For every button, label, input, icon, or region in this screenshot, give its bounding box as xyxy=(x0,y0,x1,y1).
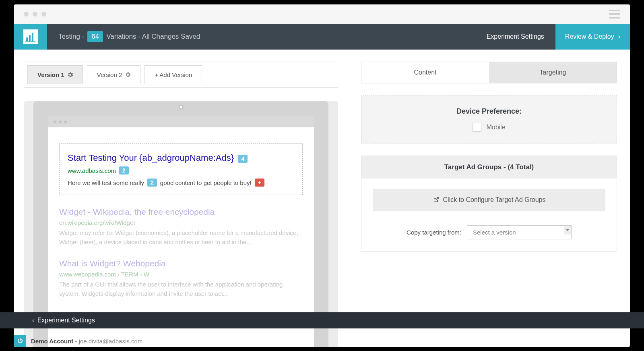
account-name: Demo Account xyxy=(31,338,73,345)
right-pane: Content Targeting Device Preference: Mob… xyxy=(348,50,630,347)
tab-targeting[interactable]: Targeting xyxy=(489,62,617,83)
browser-bar xyxy=(48,116,314,127)
ad-description-part-b[interactable]: good content to get people to buy! xyxy=(160,179,252,186)
headline-count-badge[interactable]: 4 xyxy=(238,155,248,163)
description-count-badge[interactable]: 2 xyxy=(147,179,157,187)
power-button[interactable] xyxy=(14,335,26,347)
mobile-label: Mobile xyxy=(486,124,505,131)
serp-result: What is Widget? Webopedia www.webopedia.… xyxy=(59,259,303,298)
version-select[interactable]: Select a version xyxy=(467,225,572,239)
topbar: Testing - 64 Variations - All Changes Sa… xyxy=(14,24,630,50)
gear-icon xyxy=(68,72,73,77)
add-description-button[interactable]: + xyxy=(255,179,264,187)
tablet-home-button xyxy=(179,105,184,110)
version-tab-1[interactable]: Version 1 xyxy=(27,65,83,84)
configure-target-button[interactable]: Click to Configure Target Ad Groups xyxy=(373,189,605,211)
tablet-frame: Start Testing Your {ab_adgroupName:Ads} … xyxy=(33,101,328,347)
review-deploy-button[interactable]: Review & Deploy › xyxy=(555,24,630,50)
add-version-button[interactable]: + Add Version xyxy=(144,65,202,84)
traffic-dot xyxy=(41,12,46,17)
mobile-checkbox[interactable] xyxy=(473,123,481,132)
traffic-dot xyxy=(33,12,37,17)
target-heading: Target Ad Groups - (4 Total) xyxy=(361,156,617,179)
device-preference-heading: Device Preference: xyxy=(369,107,609,116)
target-ad-groups-card: Target Ad Groups - (4 Total) Click to Co… xyxy=(361,156,617,252)
browser-dot xyxy=(54,120,56,123)
select-placeholder: Select a version xyxy=(473,229,516,236)
ad-display-url[interactable]: www.adbasis.com xyxy=(68,167,116,174)
experiment-settings-label: Experiment Settings xyxy=(487,33,544,40)
copy-targeting-label: Copy targeting from: xyxy=(407,229,461,236)
traffic-lights xyxy=(24,12,46,17)
version-tabs: Version 1 Version 2 + Add Version xyxy=(24,62,338,88)
left-pane: Version 1 Version 2 + Add Version xyxy=(14,50,348,347)
external-link-icon xyxy=(433,197,439,203)
primary-ad-card[interactable]: Start Testing Your {ab_adgroupName:Ads} … xyxy=(59,143,303,195)
serp-preview: Start Testing Your {ab_adgroupName:Ads} … xyxy=(48,127,314,298)
content-area: Version 1 Version 2 + Add Version xyxy=(14,50,630,347)
review-deploy-label: Review & Deploy xyxy=(565,33,614,40)
serp-result: Widget - Wikipedia, the free encyclopedi… xyxy=(59,207,303,247)
menu-icon[interactable] xyxy=(609,10,620,19)
version-tab-label: Version 2 xyxy=(97,71,122,78)
bar-chart-icon xyxy=(23,29,38,44)
panel-tabs: Content Targeting xyxy=(361,62,617,83)
svg-rect-2 xyxy=(32,33,33,41)
version-tab-label: Version 1 xyxy=(37,71,64,78)
account-email: - joe.divita@adbasis.com xyxy=(73,338,142,345)
result-description: Widget may refer to: Widget (economics),… xyxy=(59,228,303,247)
gear-icon xyxy=(125,72,130,77)
account-bar: Demo Account - joe.divita@adbasis.com xyxy=(14,334,630,348)
chevron-left-icon: ‹ xyxy=(32,317,34,324)
result-url: www.webopedia.com › TERM › W xyxy=(59,271,303,278)
browser-dot xyxy=(64,120,67,123)
window-chrome xyxy=(14,4,630,24)
copy-targeting-row: Copy targeting from: Select a version xyxy=(361,221,617,251)
add-version-label: + Add Version xyxy=(155,71,192,78)
testing-label: Testing - xyxy=(58,33,84,41)
ad-headline[interactable]: Start Testing Your {ab_adgroupName:Ads} xyxy=(68,153,234,163)
traffic-dot xyxy=(24,12,29,17)
tab-content[interactable]: Content xyxy=(361,62,489,83)
url-count-badge[interactable]: 2 xyxy=(119,166,129,174)
result-title: Widget - Wikipedia, the free encyclopedi… xyxy=(59,207,303,217)
result-description: The part of a GUI that allows the user t… xyxy=(59,280,303,298)
svg-rect-1 xyxy=(29,35,31,41)
version-tab-2[interactable]: Version 2 xyxy=(87,65,141,84)
result-url: en.wikipedia.org/wiki/Widget xyxy=(59,219,303,226)
svg-rect-0 xyxy=(26,37,28,41)
configure-label: Click to Configure Target Ad Groups xyxy=(443,196,546,204)
variation-count-badge: 64 xyxy=(87,31,103,42)
preview-area: Start Testing Your {ab_adgroupName:Ads} … xyxy=(24,101,338,347)
power-icon xyxy=(17,338,23,344)
variation-suffix: Variations - All Changes Saved xyxy=(106,33,200,41)
browser-dot xyxy=(59,120,62,123)
experiment-settings-button[interactable]: Experiment Settings xyxy=(475,24,555,50)
bottom-bar[interactable]: ‹ Experiment Settings xyxy=(0,312,644,328)
chevron-down-icon xyxy=(564,226,571,235)
ad-description-part-a[interactable]: Here we will test some really xyxy=(68,179,144,186)
device-preference-box: Device Preference: Mobile xyxy=(361,96,617,143)
logo[interactable] xyxy=(14,24,47,50)
chevron-right-icon: › xyxy=(618,33,620,40)
topbar-status: Testing - 64 Variations - All Changes Sa… xyxy=(47,24,475,50)
bottom-bar-label: Experiment Settings xyxy=(37,317,95,324)
app-frame: Testing - 64 Variations - All Changes Sa… xyxy=(14,4,630,347)
result-title: What is Widget? Webopedia xyxy=(59,259,303,268)
